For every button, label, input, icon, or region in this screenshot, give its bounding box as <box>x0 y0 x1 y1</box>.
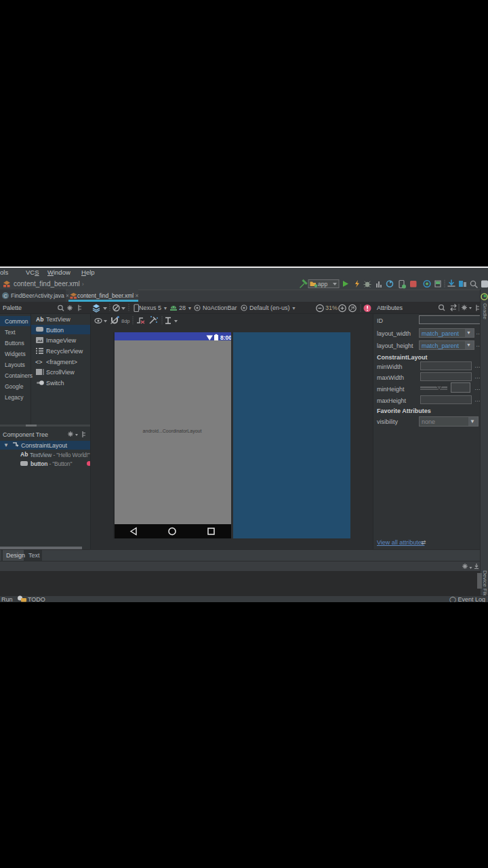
svg-text:8:00: 8:00 <box>220 334 231 341</box>
svg-text:C: C <box>3 293 7 299</box>
svg-text:8dp: 8dp <box>121 318 130 324</box>
svg-text:app: app <box>318 281 327 288</box>
